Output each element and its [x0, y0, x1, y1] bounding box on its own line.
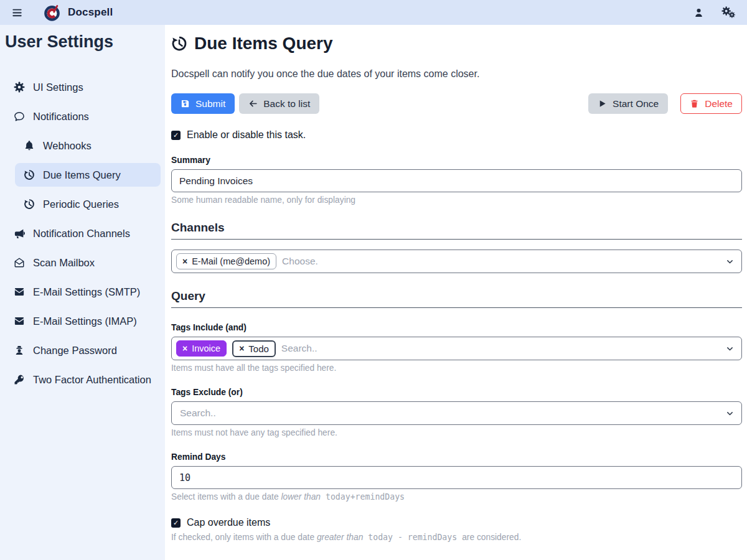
- summary-input[interactable]: [171, 169, 742, 192]
- channels-section-heading: Channels: [171, 221, 742, 240]
- check-icon: ✓: [173, 520, 179, 526]
- trash-icon: [690, 99, 699, 108]
- top-navbar: Docspell: [0, 0, 747, 25]
- settings-sidebar: User Settings UI Settings Notifications …: [0, 25, 165, 560]
- sidebar-item-webhooks[interactable]: Webhooks: [0, 134, 165, 157]
- sidebar-item-periodic-queries[interactable]: Periodic Queries: [0, 192, 165, 216]
- remind-days-help: Select items with a due date lower than …: [171, 492, 742, 502]
- enable-task-checkbox[interactable]: ✓: [171, 131, 181, 140]
- remove-chip-icon[interactable]: ×: [182, 344, 187, 353]
- action-toolbar: Submit Back to list Start Once Delete: [171, 93, 742, 114]
- sidebar-item-change-password[interactable]: Change Password: [0, 338, 165, 362]
- tags-include-field: Tags Include (and) × Invoice × Todo Sear…: [171, 323, 742, 373]
- tag-chip-invoice: × Invoice: [176, 340, 227, 357]
- sidebar-item-email-imap[interactable]: E-Mail Settings (IMAP): [0, 309, 165, 333]
- envelope-icon: [14, 315, 25, 327]
- remind-days-label: Remind Days: [171, 452, 742, 462]
- brand-title: Docspell: [68, 6, 113, 19]
- save-icon: [181, 99, 190, 108]
- tags-include-placeholder: Search..: [281, 343, 317, 354]
- enable-task-label: Enable or disable this task.: [187, 129, 306, 141]
- tags-exclude-label: Tags Exclude (or): [171, 388, 742, 397]
- mail-open-icon: [14, 257, 25, 268]
- remove-chip-icon[interactable]: ×: [239, 344, 244, 353]
- chevron-down-icon: [726, 258, 734, 266]
- bars-icon: [11, 7, 23, 19]
- sidebar-item-two-factor-auth[interactable]: Two Factor Authentication: [0, 368, 165, 391]
- summary-label: Summary: [171, 156, 742, 165]
- user-secret-icon: [14, 345, 25, 356]
- history-icon: [171, 35, 187, 52]
- cap-overdue-checkbox[interactable]: ✓: [171, 518, 181, 528]
- comment-icon: [14, 111, 25, 122]
- hamburger-menu-button[interactable]: [6, 2, 27, 23]
- cap-overdue-label: Cap overdue items: [187, 517, 270, 528]
- cap-overdue-help: If checked, only items with a due date g…: [171, 533, 742, 542]
- envelope-icon: [14, 286, 25, 297]
- channel-chip: × E-Mail (me@demo): [176, 253, 276, 269]
- tags-exclude-help: Items must not have any tag specified he…: [171, 428, 742, 437]
- bell-icon: [24, 140, 35, 151]
- chevron-down-icon: [726, 345, 734, 353]
- arrow-left-icon: [248, 99, 258, 108]
- remove-chip-icon[interactable]: ×: [182, 257, 187, 266]
- tags-include-help: Items must have all the tags specified h…: [171, 363, 742, 373]
- sidebar-item-notifications[interactable]: Notifications: [0, 105, 165, 128]
- cogs-settings-icon[interactable]: [721, 6, 736, 19]
- tags-exclude-placeholder: Search..: [176, 408, 216, 419]
- tags-exclude-select[interactable]: Search..: [171, 401, 742, 425]
- cap-overdue-checkbox-row[interactable]: ✓ Cap overdue items: [171, 517, 270, 528]
- sidebar-item-email-smtp[interactable]: E-Mail Settings (SMTP): [0, 280, 165, 304]
- sidebar-nav: UI Settings Notifications Webhooks Due I…: [0, 75, 165, 391]
- history-icon: [24, 169, 35, 180]
- back-to-list-button[interactable]: Back to list: [239, 93, 319, 114]
- key-icon: [14, 374, 25, 385]
- sidebar-title: User Settings: [5, 32, 165, 52]
- delete-button[interactable]: Delete: [680, 93, 742, 114]
- history-icon: [24, 198, 35, 210]
- page-title: Due Items Query: [171, 34, 742, 54]
- remind-days-input[interactable]: [171, 466, 742, 489]
- check-icon: ✓: [173, 132, 179, 139]
- enable-task-checkbox-row[interactable]: ✓ Enable or disable this task.: [171, 129, 306, 141]
- bullhorn-icon: [14, 228, 25, 239]
- summary-field: Summary Some human readable name, only f…: [171, 156, 742, 205]
- sidebar-item-scan-mailbox[interactable]: Scan Mailbox: [0, 251, 165, 274]
- tags-exclude-field: Tags Exclude (or) Search.. Items must no…: [171, 388, 742, 437]
- sidebar-item-due-items-query[interactable]: Due Items Query: [15, 163, 161, 187]
- tag-chip-todo: × Todo: [232, 340, 276, 357]
- channels-select[interactable]: × E-Mail (me@demo) Choose.: [171, 250, 742, 273]
- start-once-button[interactable]: Start Once: [588, 93, 668, 114]
- remind-days-field: Remind Days Select items with a due date…: [171, 452, 742, 502]
- user-account-icon[interactable]: [693, 7, 704, 18]
- docspell-logo[interactable]: [42, 3, 62, 22]
- channels-placeholder: Choose.: [282, 256, 318, 267]
- query-section-heading: Query: [171, 289, 742, 308]
- sidebar-item-ui-settings[interactable]: UI Settings: [0, 75, 165, 99]
- tags-include-select[interactable]: × Invoice × Todo Search..: [171, 337, 742, 360]
- page-description: Docspell can notify you once the due dat…: [171, 68, 742, 80]
- tags-include-label: Tags Include (and): [171, 323, 742, 332]
- main-content: Due Items Query Docspell can notify you …: [165, 25, 747, 560]
- submit-button[interactable]: Submit: [171, 93, 235, 114]
- chevron-down-icon: [726, 409, 734, 418]
- summary-help: Some human readable name, only for displ…: [171, 195, 742, 205]
- play-icon: [598, 99, 607, 108]
- sidebar-item-notification-channels[interactable]: Notification Channels: [0, 222, 165, 245]
- gear-icon: [14, 82, 25, 93]
